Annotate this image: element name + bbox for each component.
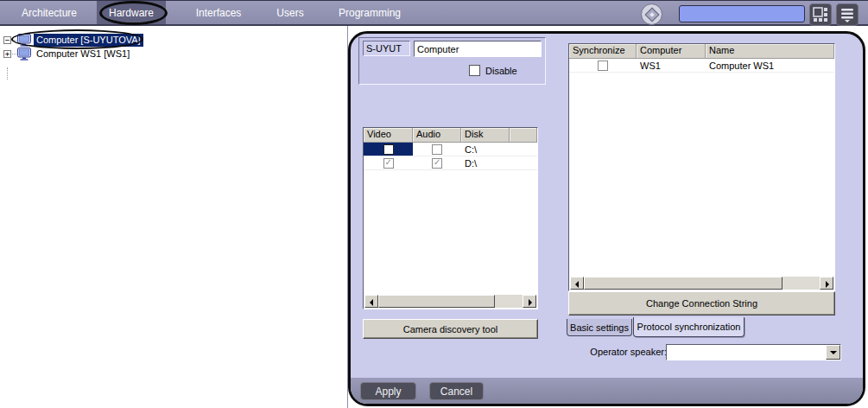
dropdown-arrow-icon[interactable]: [826, 345, 840, 360]
sync-table-header: Synchronize Computer Name: [569, 44, 834, 59]
tab-hardware[interactable]: Hardware: [97, 1, 166, 24]
video-checkbox[interactable]: [383, 144, 394, 155]
tab-programming[interactable]: Programming: [326, 1, 413, 24]
main-menu-button[interactable]: [836, 3, 858, 26]
column-header-audio: Audio: [413, 128, 461, 143]
drive-c-extra-cell: [510, 143, 537, 156]
sync-table-hscrollbar: [570, 277, 833, 290]
tab-users[interactable]: Users: [264, 1, 315, 24]
disable-checkbox[interactable]: [469, 65, 480, 76]
diamond-icon: [644, 7, 659, 22]
action-bar: Apply Cancel: [351, 378, 863, 404]
column-header-disk: Disk: [461, 128, 510, 143]
drive-row-c[interactable]: C:\: [364, 143, 537, 156]
tab-basic-settings[interactable]: Basic settings: [567, 319, 632, 336]
scroll-left-icon[interactable]: [364, 295, 378, 308]
sync-name-cell: Computer WS1: [706, 59, 834, 72]
expand-expanded-icon[interactable]: −: [3, 36, 11, 44]
column-header-computer: Computer: [637, 44, 706, 59]
column-header-video: Video: [364, 128, 413, 143]
column-header-name: Name: [706, 44, 834, 59]
sync-checkbox-cell: [569, 59, 637, 72]
sync-table: Synchronize Computer Name WS1 Computer W…: [568, 43, 835, 291]
drive-c-video-cell: [364, 143, 413, 156]
object-id-field: S-UYUT: [363, 41, 410, 56]
quick-search-input[interactable]: [679, 5, 805, 22]
column-header-extra: [510, 128, 537, 143]
logo-icon[interactable]: [641, 3, 662, 25]
tree-item-computer-suyutova[interactable]: Computer [S-UYUTOVA]: [34, 34, 143, 47]
monitor-icon: [17, 48, 31, 61]
drive-row-d[interactable]: D:\: [364, 156, 537, 170]
sync-row-ws1[interactable]: WS1 Computer WS1: [569, 59, 834, 73]
menu-icon: [840, 7, 854, 22]
drive-d-audio-cell: [413, 156, 461, 169]
object-name-input[interactable]: [414, 41, 542, 57]
drive-table-header: Video Audio Disk: [364, 128, 537, 143]
camera-discovery-button[interactable]: Camera discovery tool: [363, 319, 538, 339]
tab-protocol-synchronization[interactable]: Protocol synchronization: [633, 317, 744, 337]
tree-item-computer-ws1[interactable]: Computer WS1 [WS1]: [34, 48, 132, 61]
scroll-left-icon[interactable]: [570, 277, 584, 290]
monitor-icon: [17, 34, 31, 47]
screens-layout-button[interactable]: [809, 3, 832, 26]
tree-connector: [7, 67, 8, 80]
drive-d-disk-cell: D:\: [461, 156, 510, 169]
operator-speaker-value: [667, 345, 826, 360]
drive-table: Video Audio Disk C:\ D:\: [363, 127, 538, 309]
synchronize-checkbox[interactable]: [598, 61, 608, 71]
drive-d-extra-cell: [510, 156, 537, 169]
scroll-right-icon[interactable]: [820, 277, 833, 290]
audio-checkbox[interactable]: [432, 144, 442, 155]
drive-c-audio-cell: [413, 143, 461, 156]
cancel-button[interactable]: Cancel: [429, 382, 484, 400]
scrollbar-track[interactable]: [782, 277, 820, 290]
change-connection-string-button[interactable]: Change Connection String: [568, 291, 835, 316]
tab-architecture[interactable]: Architecture: [10, 1, 89, 24]
scrollbar-thumb[interactable]: [378, 295, 495, 308]
disable-label: Disable: [485, 66, 517, 76]
identity-subpanel: S-UYUT Disable: [358, 37, 546, 85]
screens-layout-icon: [813, 7, 828, 22]
audio-checkbox[interactable]: [432, 158, 442, 169]
tab-interfaces[interactable]: Interfaces: [184, 1, 254, 24]
scrollbar-thumb[interactable]: [584, 277, 782, 290]
apply-button[interactable]: Apply: [360, 382, 416, 400]
scrollbar-track[interactable]: [495, 295, 523, 308]
video-checkbox[interactable]: [383, 158, 394, 169]
drive-table-hscrollbar: [364, 295, 536, 308]
operator-speaker-select[interactable]: [666, 344, 841, 360]
sync-computer-cell: WS1: [637, 59, 706, 72]
expand-collapsed-icon[interactable]: +: [3, 50, 11, 58]
object-tree-panel: − Computer [S-UYUTOVA] + Computer WS1 [W…: [0, 26, 348, 408]
drive-c-disk-cell: C:\: [461, 143, 510, 156]
scroll-right-icon[interactable]: [523, 295, 536, 308]
column-header-synchronize: Synchronize: [569, 44, 637, 59]
top-menu-bar: Architecture Hardware Interfaces Users P…: [0, 0, 868, 26]
drive-d-video-cell: [364, 156, 413, 169]
operator-speaker-label: Operator speaker:: [567, 347, 667, 357]
computer-settings-panel: S-UYUT Disable Video Audio Disk C:\: [348, 31, 865, 406]
